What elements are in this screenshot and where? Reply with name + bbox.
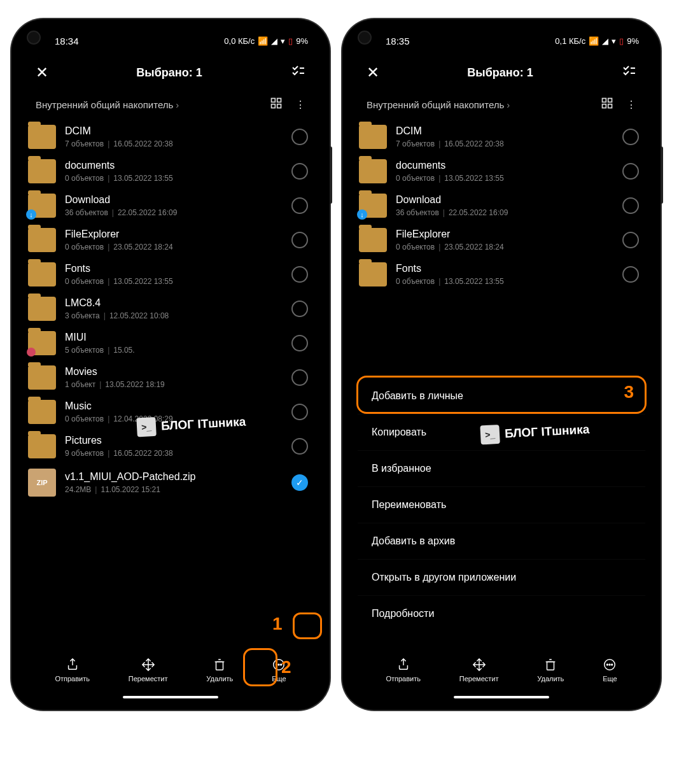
folder-name: Fonts	[65, 263, 283, 274]
grid-view-icon[interactable]	[270, 97, 283, 112]
row-text: LMC8.43 объекта|12.05.2022 10:08	[65, 297, 283, 320]
folder-row[interactable]: Download36 объектов|22.05.2022 16:09	[350, 188, 653, 223]
folder-name: Pictures	[65, 435, 283, 446]
folder-icon	[28, 125, 56, 149]
folder-meta: 0 объектов|23.05.2022 18:24	[65, 243, 283, 251]
screen-left: 18:34 0,0 КБ/с 📶 ◢ ▾ ▯ 9% ✕ Выбрано: 1 В…	[19, 27, 322, 702]
folder-icon	[359, 159, 387, 183]
select-radio[interactable]	[622, 197, 639, 214]
folder-meta: 7 объектов|16.05.2022 20:38	[65, 139, 283, 148]
select-radio[interactable]	[622, 232, 639, 248]
move-button[interactable]: Переместит	[129, 658, 168, 683]
folder-row[interactable]: MIUI5 объектов|15.05.	[19, 326, 322, 360]
select-radio[interactable]	[291, 438, 308, 455]
folder-meta: 7 объектов|16.05.2022 20:38	[396, 139, 613, 148]
folder-meta: 36 объектов|22.05.2022 16:09	[396, 208, 613, 217]
svg-point-20	[609, 664, 610, 665]
zip-icon: ZIP	[28, 469, 56, 497]
select-radio[interactable]	[291, 232, 308, 248]
menu-copy[interactable]: Копировать	[358, 414, 645, 450]
folder-meta: 0 объектов|23.05.2022 18:24	[396, 243, 613, 251]
folder-row[interactable]: Movies1 объект|13.05.2022 18:19	[19, 360, 322, 395]
breadcrumb[interactable]: Внутренний общий накопитель›	[36, 99, 179, 110]
select-radio[interactable]	[291, 129, 308, 145]
folder-icon	[28, 194, 56, 218]
phone-right: 18:35 0,1 КБ/с 📶 ◢ ▾ ▯ 9% ✕ Выбрано: 1 В…	[342, 19, 661, 710]
menu-add-private[interactable]: Добавить в личные	[358, 378, 645, 414]
file-row[interactable]: ZIPv1.1_MIUI_AOD-Patched.zip24.2MB|11.05…	[19, 463, 322, 502]
row-text: FileExplorer0 объектов|23.05.2022 18:24	[65, 229, 283, 251]
select-radio[interactable]	[291, 266, 308, 283]
more-button[interactable]: Еще	[272, 658, 286, 683]
folder-row[interactable]: FileExplorer0 объектов|23.05.2022 18:24	[350, 223, 653, 257]
svg-rect-4	[272, 104, 276, 108]
wifi-icon: ▾	[612, 36, 616, 46]
header-title: Выбрано: 1	[467, 66, 533, 80]
status-right: 0,0 КБ/с 📶 ◢ ▾ ▯ 9%	[224, 36, 308, 46]
select-radio[interactable]	[622, 129, 639, 145]
select-radio[interactable]	[622, 163, 639, 180]
menu-details[interactable]: Подробности	[358, 595, 645, 632]
folder-name: DCIM	[396, 125, 613, 137]
close-icon[interactable]: ✕	[367, 64, 379, 81]
move-button[interactable]: Переместит	[459, 658, 499, 683]
select-radio[interactable]	[291, 404, 308, 420]
folder-row[interactable]: Fonts0 объектов|13.05.2022 13:55	[19, 257, 322, 292]
delete-button[interactable]: Удалить	[537, 658, 564, 683]
signal-icon: ◢	[271, 36, 277, 46]
select-radio[interactable]	[291, 163, 308, 180]
folder-row[interactable]: documents0 объектов|13.05.2022 13:55	[19, 154, 322, 188]
folder-row[interactable]: DCIM7 объектов|16.05.2022 20:38	[19, 120, 322, 154]
breadcrumb[interactable]: Внутренний общий накопитель›	[367, 99, 510, 110]
row-text: documents0 объектов|13.05.2022 13:55	[396, 160, 613, 183]
row-text: Movies1 объект|13.05.2022 18:19	[65, 366, 283, 389]
menu-dots-icon[interactable]: ⋮	[295, 99, 305, 111]
delete-button[interactable]: Удалить	[206, 658, 233, 683]
select-all-icon[interactable]	[290, 64, 305, 81]
folder-row[interactable]: Download36 объектов|22.05.2022 16:09	[19, 188, 322, 223]
folder-name: Music	[65, 400, 283, 412]
folder-icon	[359, 125, 387, 149]
select-all-icon[interactable]	[621, 64, 636, 81]
more-button[interactable]: Еще	[603, 658, 617, 683]
folder-name: MIUI	[65, 332, 283, 343]
svg-rect-2	[272, 99, 276, 103]
status-bar: 18:34 0,0 КБ/с 📶 ◢ ▾ ▯ 9%	[19, 27, 322, 55]
folder-icon	[359, 262, 387, 286]
folder-row[interactable]: DCIM7 объектов|16.05.2022 20:38	[350, 120, 653, 154]
close-icon[interactable]: ✕	[36, 64, 48, 81]
select-radio[interactable]	[291, 369, 308, 386]
home-indicator[interactable]	[123, 696, 218, 698]
folder-icon	[359, 228, 387, 252]
grid-view-icon[interactable]	[601, 97, 613, 112]
select-radio[interactable]: ✓	[291, 474, 308, 491]
folder-meta: 5 объектов|15.05.	[65, 346, 283, 355]
folder-row[interactable]: LMC8.43 объекта|12.05.2022 10:08	[19, 292, 322, 326]
menu-dots-icon[interactable]: ⋮	[626, 99, 636, 111]
select-radio[interactable]	[291, 301, 308, 317]
folder-name: Movies	[65, 366, 283, 378]
battery-pct: 9%	[296, 36, 308, 46]
header-title: Выбрано: 1	[136, 66, 202, 80]
select-radio[interactable]	[291, 197, 308, 214]
folder-row[interactable]: Fonts0 объектов|13.05.2022 13:55	[350, 257, 653, 292]
folder-row[interactable]: Pictures9 объектов|16.05.2022 20:38	[19, 429, 322, 463]
folder-row[interactable]: FileExplorer0 объектов|23.05.2022 18:24	[19, 223, 322, 257]
menu-archive[interactable]: Добавить в архив	[358, 523, 645, 559]
send-button[interactable]: Отправить	[386, 658, 421, 683]
folder-name: Fonts	[396, 263, 613, 274]
file-name: v1.1_MIUI_AOD-Patched.zip	[65, 471, 283, 483]
select-radio[interactable]	[622, 266, 639, 283]
home-indicator[interactable]	[454, 696, 549, 698]
folder-row[interactable]: Music0 объектов|12.04.2022 08:29	[19, 395, 322, 429]
menu-open-other[interactable]: Открыть в другом приложении	[358, 559, 645, 595]
select-radio[interactable]	[291, 335, 308, 351]
menu-rename[interactable]: Переименовать	[358, 486, 645, 523]
svg-rect-16	[608, 104, 612, 108]
file-list[interactable]: DCIM7 объектов|16.05.2022 20:38documents…	[19, 120, 322, 644]
folder-row[interactable]: documents0 объектов|13.05.2022 13:55	[350, 154, 653, 188]
menu-favorites[interactable]: В избранное	[358, 450, 645, 486]
svg-rect-17	[547, 661, 554, 670]
breadcrumb-row: Внутренний общий накопитель› ⋮	[19, 90, 322, 120]
send-button[interactable]: Отправить	[55, 658, 90, 683]
